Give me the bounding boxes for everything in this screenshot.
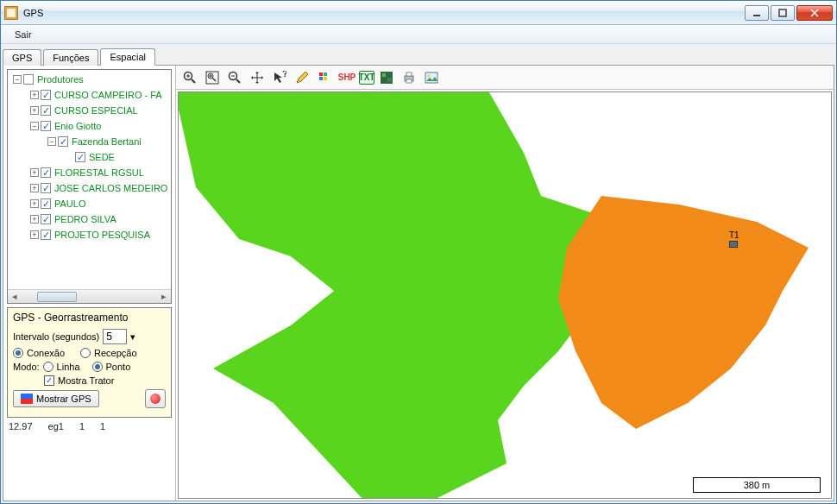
checkbox[interactable]: ✓ bbox=[41, 105, 51, 116]
record-button[interactable] bbox=[145, 389, 166, 408]
modo-row: Modo: Linha Ponto bbox=[13, 362, 166, 372]
expand-icon[interactable]: − bbox=[13, 75, 22, 84]
tree-item[interactable]: +✓CURSO CAMPEIRO - FA bbox=[9, 87, 169, 103]
checkbox[interactable]: ✓ bbox=[41, 214, 51, 224]
svg-rect-21 bbox=[319, 77, 323, 80]
tree-item[interactable]: +✓CURSO ESPECIAL bbox=[9, 103, 169, 118]
mostra-trator-label: Mostra Trator bbox=[58, 375, 114, 386]
scroll-thumb[interactable] bbox=[37, 292, 77, 302]
shp-button[interactable]: SHP bbox=[337, 68, 357, 87]
tree-item[interactable]: −✓Fazenda Bertani bbox=[9, 134, 169, 149]
svg-rect-29 bbox=[425, 72, 437, 83]
map-toolbar: ? SHP TXT bbox=[176, 66, 834, 90]
tree-item[interactable]: ✓SEDE bbox=[9, 149, 169, 165]
tree-item[interactable]: +✓JOSE CARLOS MEDEIRO bbox=[9, 180, 169, 196]
ponto-label: Ponto bbox=[106, 362, 131, 372]
gps-buttons-row: Mostrar GPS bbox=[13, 389, 166, 408]
checkbox[interactable]: ✓ bbox=[41, 167, 51, 178]
zoom-area-icon[interactable] bbox=[202, 68, 223, 87]
pencil-icon[interactable] bbox=[292, 68, 312, 87]
tree-label: FLORESTAL RGSUL bbox=[54, 167, 144, 178]
scale-bar: 380 m bbox=[693, 477, 821, 493]
mostra-trator-checkbox[interactable]: ✓ bbox=[44, 375, 54, 386]
zoom-in-icon[interactable] bbox=[179, 68, 200, 87]
recepcao-radio[interactable] bbox=[80, 348, 91, 358]
tree-scrollbar[interactable]: ◂ ▸ bbox=[8, 289, 171, 303]
checkbox[interactable]: ✓ bbox=[41, 198, 51, 209]
txt-button[interactable]: TXT bbox=[359, 71, 374, 85]
tree-item[interactable]: +✓PAULO bbox=[9, 196, 169, 211]
expand-icon[interactable]: + bbox=[30, 184, 39, 192]
tab-funcoes[interactable]: Funções bbox=[43, 49, 98, 66]
svg-rect-28 bbox=[406, 79, 412, 83]
expand-icon[interactable]: + bbox=[30, 215, 39, 224]
status-b: eg1 bbox=[48, 421, 64, 432]
checkbox[interactable]: ✓ bbox=[41, 121, 51, 131]
expand-icon[interactable]: − bbox=[30, 122, 39, 130]
tree-root[interactable]: −Produtores bbox=[9, 72, 169, 87]
zoom-out-icon[interactable] bbox=[224, 68, 245, 87]
picture-icon[interactable] bbox=[421, 68, 442, 87]
tree-label: Fazenda Bertani bbox=[72, 136, 142, 147]
checkbox[interactable]: ✓ bbox=[75, 152, 85, 162]
conexao-radio[interactable] bbox=[13, 348, 23, 358]
svg-rect-20 bbox=[324, 72, 327, 76]
tree[interactable]: −Produtores +✓CURSO CAMPEIRO - FA +✓CURS… bbox=[8, 70, 171, 289]
checkbox[interactable]: ✓ bbox=[41, 183, 51, 193]
ponto-radio[interactable] bbox=[92, 362, 103, 372]
menu-sair[interactable]: Sair bbox=[9, 28, 37, 41]
tree-item[interactable]: +✓PROJETO PESQUISA bbox=[9, 227, 169, 243]
tree-item[interactable]: −✓Enio Giotto bbox=[9, 118, 169, 134]
checkbox[interactable] bbox=[23, 74, 34, 85]
svg-marker-32 bbox=[558, 196, 809, 429]
tree-item[interactable]: +✓PEDRO SILVA bbox=[9, 211, 169, 227]
tree-label: PAULO bbox=[54, 198, 85, 209]
app-window: GPS Sair GPS Funções Espacial −Produtore… bbox=[0, 0, 837, 504]
tree-label: Produtores bbox=[37, 74, 84, 85]
map-marker-label: T1 bbox=[729, 230, 739, 240]
window-title: GPS bbox=[23, 8, 745, 18]
expand-icon[interactable]: − bbox=[47, 137, 56, 146]
app-icon bbox=[4, 6, 18, 20]
mostrar-gps-button[interactable]: Mostrar GPS bbox=[13, 390, 99, 407]
expand-icon[interactable]: + bbox=[30, 230, 39, 239]
maximize-button[interactable] bbox=[771, 5, 795, 21]
mostrar-gps-label: Mostrar GPS bbox=[36, 394, 91, 404]
close-button[interactable] bbox=[796, 5, 833, 21]
checkbox[interactable]: ✓ bbox=[41, 230, 51, 240]
map-canvas[interactable]: T1 380 m bbox=[178, 91, 832, 499]
svg-line-12 bbox=[213, 78, 217, 81]
status-bar: 12.97 eg1 1 1 bbox=[3, 419, 175, 433]
satellite-icon[interactable] bbox=[376, 68, 397, 87]
minimize-button[interactable] bbox=[745, 5, 769, 21]
record-icon bbox=[150, 394, 160, 404]
tab-gps[interactable]: GPS bbox=[3, 49, 41, 66]
scroll-left-icon[interactable]: ◂ bbox=[8, 291, 22, 302]
tree-label: CURSO CAMPEIRO - FA bbox=[54, 90, 162, 100]
status-d: 1 bbox=[100, 421, 105, 432]
tab-espacial[interactable]: Espacial bbox=[100, 48, 155, 66]
checkbox[interactable]: ✓ bbox=[58, 136, 68, 147]
tabstrip: GPS Funções Espacial bbox=[1, 46, 836, 65]
tree-container: −Produtores +✓CURSO CAMPEIRO - FA +✓CURS… bbox=[7, 69, 172, 304]
expand-icon[interactable]: + bbox=[30, 91, 39, 99]
map-polygon-orange bbox=[507, 196, 817, 472]
help-cursor-icon[interactable]: ? bbox=[269, 68, 290, 87]
dropdown-icon[interactable]: ▾ bbox=[130, 331, 135, 343]
gps-icon bbox=[21, 394, 33, 404]
tree-label: CURSO ESPECIAL bbox=[54, 105, 138, 116]
pan-icon[interactable] bbox=[247, 68, 267, 87]
expand-icon[interactable]: + bbox=[30, 199, 39, 208]
checkbox[interactable]: ✓ bbox=[41, 90, 51, 100]
svg-rect-25 bbox=[387, 78, 392, 82]
expand-icon[interactable]: + bbox=[30, 106, 39, 115]
conexao-label: Conexão bbox=[27, 348, 65, 358]
expand-icon[interactable]: + bbox=[30, 168, 39, 177]
scroll-right-icon[interactable]: ▸ bbox=[157, 291, 171, 302]
intervalo-input[interactable] bbox=[103, 329, 127, 344]
print-icon[interactable] bbox=[399, 68, 419, 87]
grid-icon[interactable] bbox=[314, 68, 335, 87]
tree-item[interactable]: +✓FLORESTAL RGSUL bbox=[9, 165, 169, 180]
status-a: 12.97 bbox=[9, 421, 33, 432]
linha-radio[interactable] bbox=[43, 362, 53, 372]
